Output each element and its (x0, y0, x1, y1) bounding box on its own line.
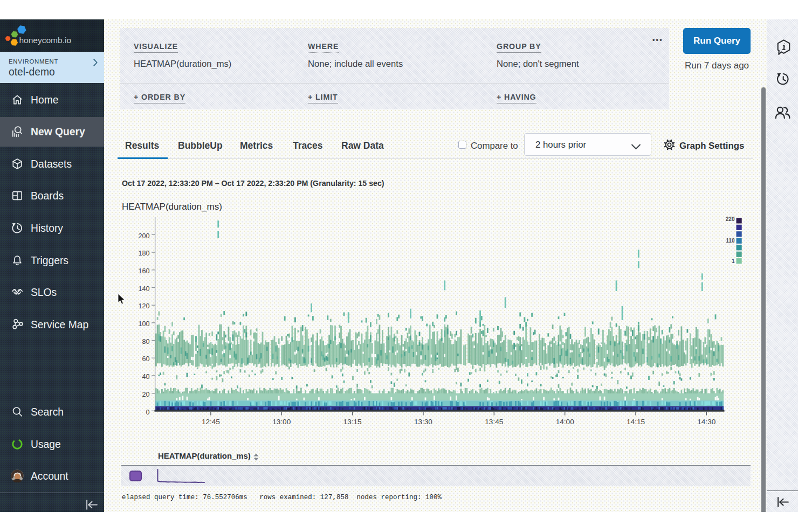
svg-text:20: 20 (142, 391, 149, 398)
svg-text:160: 160 (138, 267, 149, 275)
svg-text:1: 1 (732, 258, 735, 264)
svg-text:60: 60 (142, 355, 149, 363)
svg-text:110: 110 (726, 238, 735, 244)
svg-text:13:45: 13:45 (485, 418, 503, 426)
svg-text:180: 180 (138, 250, 149, 257)
svg-text:140: 140 (138, 285, 149, 293)
svg-text:13:30: 13:30 (414, 418, 432, 426)
svg-text:14:15: 14:15 (627, 418, 645, 426)
svg-text:13:00: 13:00 (272, 418, 291, 426)
svg-text:0: 0 (146, 409, 149, 416)
svg-text:40: 40 (142, 373, 149, 381)
svg-text:14:00: 14:00 (556, 418, 574, 426)
svg-text:100: 100 (138, 320, 149, 328)
svg-text:12:45: 12:45 (202, 418, 220, 426)
svg-text:14:30: 14:30 (697, 418, 716, 426)
svg-text:200: 200 (138, 232, 149, 240)
svg-text:80: 80 (142, 338, 149, 346)
svg-text:120: 120 (138, 302, 149, 310)
svg-text:13:15: 13:15 (343, 418, 362, 426)
svg-text:220: 220 (726, 216, 735, 222)
